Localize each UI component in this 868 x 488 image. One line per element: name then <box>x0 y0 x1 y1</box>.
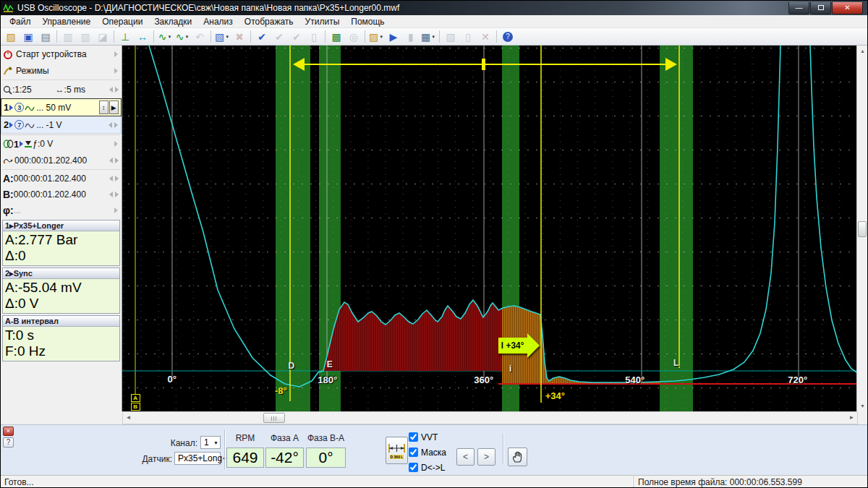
toolbar-save-file-icon[interactable]: ▣ <box>20 30 36 44</box>
chevron-right-icon <box>114 207 118 213</box>
toolbar-view-chart-icon[interactable]: ▧ <box>443 30 459 44</box>
vertical-scroll-thumb[interactable] <box>858 221 867 237</box>
horizontal-scrollbar[interactable]: ◄ ► <box>122 411 858 424</box>
marker-a-spinner[interactable] <box>109 176 119 181</box>
menu-item-Закладки[interactable]: Закладки <box>148 16 197 27</box>
toolbar-export-wave-icon[interactable]: ◪ <box>95 30 111 44</box>
checkbox-input-VVT[interactable] <box>409 432 418 442</box>
toolbar-script-step-icon[interactable]: ▮ <box>403 30 419 44</box>
toolbar-wave-mode-2-icon[interactable]: ∿▼ <box>174 30 190 44</box>
start-device-row[interactable]: Старт устройства <box>1 46 122 62</box>
channel-2-spinner[interactable] <box>109 122 118 128</box>
prev-cycle-button[interactable]: < <box>456 448 475 466</box>
checkbox-input-Маска[interactable] <box>409 448 418 457</box>
h-resize-icon: ↔ <box>56 85 64 95</box>
toolbar-copy-screen-1-icon[interactable]: ▥ <box>60 30 76 44</box>
horizontal-scroll-thumb[interactable] <box>263 413 285 423</box>
measure-panel-ch1-header: 1▸Px35+Longer <box>3 221 119 231</box>
menu-item-Отображать[interactable]: Отображать <box>239 16 299 27</box>
marker-a-flag[interactable]: A <box>131 394 140 402</box>
scroll-right-arrow[interactable]: ► <box>846 412 857 424</box>
trigger-icon <box>24 140 33 148</box>
marker-b-spinner[interactable] <box>109 192 119 197</box>
toolbar-apply-check-icon[interactable]: ✔ <box>254 30 270 44</box>
cursor-label-left[interactable]: -8° <box>265 385 287 396</box>
phase-a-value: -42° <box>265 448 304 468</box>
marker-b-flag[interactable]: B <box>131 403 140 411</box>
panel-help-button[interactable]: ? <box>3 437 14 448</box>
marker-b-row[interactable]: B: 000:00:01.202.400 <box>1 187 122 202</box>
toolbar-open-file-icon[interactable]: ▨ <box>3 30 19 44</box>
toolbar-print-icon[interactable]: ▤ <box>38 30 54 44</box>
scroll-left-arrow[interactable]: ◄ <box>123 412 134 424</box>
restore-button[interactable] <box>810 2 831 14</box>
ch2-amplitude-value: A:-55.04 mV <box>5 280 117 296</box>
checkbox-VVT[interactable]: VVT <box>409 429 446 445</box>
scale-row[interactable]: :1:25 ↔ :5 ms <box>1 81 122 98</box>
menu-item-Управление[interactable]: Управление <box>37 16 97 27</box>
toolbar-separator <box>56 30 57 43</box>
vvt-shift-label: I +34° <box>498 338 527 354</box>
toolbar-apply-all-icon[interactable]: ✔ <box>289 30 305 44</box>
toolbar-single-pulse-icon[interactable]: ⊥ <box>117 30 133 44</box>
cursor-label-right[interactable]: +34° <box>545 390 565 401</box>
sensor-select[interactable]: Px35+Long▼ <box>174 452 221 465</box>
measure-360-button[interactable]: D 360 L <box>386 437 408 464</box>
degree-label-720: 720° <box>788 374 807 385</box>
toolbar-separator <box>250 30 251 43</box>
scroll-down-arrow[interactable]: ▼ <box>857 401 868 411</box>
checkbox-D<->L[interactable]: D<->L <box>409 460 446 475</box>
toolbar-report-blank-icon[interactable]: ▯ <box>306 30 322 44</box>
toolbar-apply-down-icon[interactable]: ✔ <box>271 30 287 44</box>
pan-hand-button[interactable] <box>508 448 527 466</box>
toolbar-calc-abc-icon[interactable]: ▦▼ <box>420 30 436 44</box>
toolbar-wave-mode-1-icon[interactable]: ∿▼ <box>157 30 173 44</box>
toolbar-search-wave-icon[interactable]: ◎ <box>346 30 362 44</box>
toolbar-fit-waveform-icon[interactable]: ↔ <box>135 30 150 44</box>
menu-item-Файл[interactable]: Файл <box>4 16 37 27</box>
panel-close-button[interactable]: × <box>3 427 14 436</box>
toolbar-help-icon[interactable]: ? <box>500 30 516 44</box>
menu-item-Операции[interactable]: Операции <box>96 16 148 27</box>
scroll-up-arrow[interactable]: ▲ <box>857 46 868 56</box>
sync-settings-row[interactable]: 1 ƒ:0 V <box>1 136 122 152</box>
modes-row[interactable]: Режимы <box>1 62 122 79</box>
measure-arrows-icon <box>388 442 406 454</box>
channel-1-row[interactable]: 1 3 ... 50 mV ↕ ▶ <box>1 98 122 116</box>
channel-1-expand-button[interactable]: ▶ <box>109 100 119 114</box>
close-button[interactable]: ✕ <box>832 2 863 14</box>
next-cycle-button[interactable]: > <box>477 448 495 466</box>
toolbar-chart-overlay-icon[interactable]: ▧▼ <box>214 30 230 44</box>
minimize-button[interactable]: — <box>788 2 809 14</box>
marker-b-label: B: <box>3 189 14 200</box>
vvt-shift-arrow: I +34° <box>498 333 540 358</box>
start-device-label: Старт устройства <box>16 49 87 59</box>
toolbar-undo-icon[interactable]: ↶ <box>192 30 208 44</box>
rpm-value: 649 <box>226 448 264 468</box>
toolbar-view-sheet-icon[interactable]: ▯ <box>460 30 476 44</box>
timebase-spinner[interactable] <box>109 87 119 93</box>
toolbar-view-delete-icon[interactable]: ✕ <box>477 30 493 44</box>
channel-1-input: 3 <box>14 103 24 112</box>
phase-row[interactable]: φ: ... <box>1 202 122 218</box>
oscilloscope-plot[interactable]: 0° 180° 360° 540° 720° D E i L -8° +34° … <box>122 46 856 411</box>
file-total-time: Полное время файла: 000:00:06.553.599 <box>633 476 867 488</box>
checkbox-Маска[interactable]: Маска <box>409 445 446 460</box>
checkbox-input-D<->L[interactable] <box>409 463 418 472</box>
menu-item-Помощь[interactable]: Помощь <box>345 16 390 27</box>
toolbar-select-range-icon[interactable]: ▩ <box>328 30 344 44</box>
marker-a-row[interactable]: A: 000:00:01.202.400 <box>1 171 122 187</box>
channel-1-updown-button[interactable]: ↕ <box>99 100 109 114</box>
toolbar-delete-marker-icon[interactable]: ✖ <box>231 30 247 44</box>
toolbar-copy-screen-2-icon[interactable]: ▥ <box>77 30 93 44</box>
menu-item-Утилиты[interactable]: Утилиты <box>299 16 346 27</box>
vertical-scrollbar[interactable]: ▲ ▼ <box>856 46 867 411</box>
toolbar-open-overlay-icon[interactable]: ▨▼ <box>368 30 384 44</box>
record-time-spinner[interactable] <box>109 158 119 163</box>
menu-item-Анализ[interactable]: Анализ <box>197 16 239 27</box>
ch1-amplitude-value: A:2.777 Bar <box>5 232 117 248</box>
channel-2-row[interactable]: 2 7 ... -1 V <box>1 116 122 134</box>
channel-select[interactable]: 1▼ <box>200 436 221 449</box>
toolbar-script-play-icon[interactable]: ▶ <box>386 30 401 44</box>
record-time-row[interactable]: 000:00:01.202.400 <box>1 152 122 168</box>
